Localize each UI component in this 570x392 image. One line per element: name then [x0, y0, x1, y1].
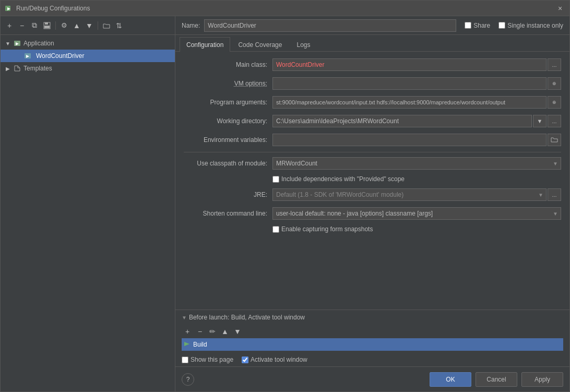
- activate-tool-window-label[interactable]: Activate tool window: [242, 356, 307, 363]
- apply-button[interactable]: Apply: [521, 372, 563, 387]
- help-button[interactable]: ?: [182, 373, 194, 386]
- build-list-item[interactable]: Build: [182, 338, 563, 351]
- move-down-button[interactable]: ▼: [84, 20, 95, 31]
- before-launch-add-button[interactable]: +: [182, 326, 193, 337]
- before-launch-remove-button[interactable]: −: [194, 326, 206, 337]
- run-debug-dialog: Run/Debug Configurations × + − ⧉: [0, 0, 570, 392]
- before-launch-toolbar: + − ✏ ▲ ▼: [175, 325, 569, 338]
- shorten-cmd-select[interactable]: user-local default: none - java [options…: [272, 207, 561, 220]
- close-button[interactable]: ×: [555, 3, 565, 14]
- before-launch-down-button[interactable]: ▼: [232, 326, 243, 337]
- svg-marker-9: [184, 342, 189, 346]
- activate-tool-window-checkbox[interactable]: [242, 357, 248, 363]
- include-deps-label[interactable]: Include dependencies with "Provided" sco…: [272, 175, 405, 183]
- cancel-button[interactable]: Cancel: [476, 372, 517, 387]
- before-launch-list: Build: [175, 338, 569, 353]
- enable-capture-checkbox[interactable]: [272, 226, 279, 233]
- env-vars-label: Environment variables:: [184, 136, 272, 144]
- tree-item-label: Templates: [23, 65, 52, 72]
- action-buttons: OK Cancel Apply: [430, 372, 563, 387]
- divider-1: [184, 152, 561, 152]
- working-dir-input-group: ▼ ...: [272, 115, 561, 127]
- program-args-row: Program arguments: ⊕: [184, 96, 561, 109]
- single-instance-group: Single instance only: [498, 22, 563, 29]
- vm-options-expand-button[interactable]: ⊕: [548, 77, 561, 90]
- share-checkbox-label[interactable]: Share: [465, 22, 490, 29]
- env-vars-browse-button[interactable]: [548, 134, 561, 146]
- jre-row: JRE: Default (1.8 - SDK of 'MRWordCount'…: [184, 188, 561, 201]
- right-panel: Name: Share Single instance only: [175, 16, 569, 391]
- program-args-input[interactable]: [272, 96, 547, 109]
- templates-icon: [13, 64, 21, 73]
- working-dir-row: Working directory: ▼ ...: [184, 114, 561, 128]
- save-config-button[interactable]: [41, 20, 53, 31]
- tab-logs[interactable]: Logs: [290, 37, 317, 52]
- bottom-bar: ? OK Cancel Apply: [175, 366, 569, 391]
- before-launch-title: Before launch: Build, Activate tool wind…: [189, 314, 305, 321]
- classpath-row: Use classpath of module: MRWordCount ▼: [184, 157, 561, 170]
- sort-button[interactable]: ⇅: [113, 20, 125, 31]
- working-dir-browse-button[interactable]: ...: [548, 115, 561, 127]
- before-launch-edit-button[interactable]: ✏: [207, 326, 218, 337]
- working-dir-input[interactable]: [272, 115, 532, 127]
- main-class-browse-button[interactable]: ...: [548, 58, 561, 71]
- jre-select[interactable]: Default (1.8 - SDK of 'MRWordCount' modu…: [272, 188, 547, 201]
- remove-config-button[interactable]: −: [16, 20, 28, 31]
- jre-input-group: Default (1.8 - SDK of 'MRWordCount' modu…: [272, 188, 561, 201]
- vm-options-input-group: ⊕: [272, 77, 561, 90]
- program-args-expand-button[interactable]: ⊕: [548, 96, 561, 109]
- add-config-button[interactable]: +: [4, 20, 15, 31]
- name-bar: Name: Share Single instance only: [175, 16, 569, 35]
- program-args-label: Program arguments:: [184, 99, 272, 106]
- tab-configuration[interactable]: Configuration: [180, 37, 230, 52]
- toolbar-separator: [55, 21, 56, 30]
- enable-capture-label[interactable]: Enable capturing form snapshots: [272, 225, 373, 233]
- share-checkbox[interactable]: [465, 22, 471, 29]
- svg-rect-4: [44, 26, 50, 28]
- toolbar-separator-2: [98, 21, 98, 30]
- shorten-cmd-row: Shorten command line: user-local default…: [184, 207, 561, 220]
- single-instance-checkbox-label[interactable]: Single instance only: [498, 22, 563, 29]
- main-class-input[interactable]: [272, 58, 547, 71]
- settings-button[interactable]: ⚙: [58, 20, 70, 31]
- left-toolbar: + − ⧉ ⚙: [1, 16, 175, 35]
- tree-item-templates[interactable]: ▶ Templates: [1, 62, 175, 75]
- show-this-page-checkbox[interactable]: [182, 357, 188, 363]
- move-up-button[interactable]: ▲: [71, 20, 82, 31]
- left-panel: + − ⧉ ⚙: [1, 16, 175, 391]
- working-dir-dropdown-button[interactable]: ▼: [533, 115, 547, 127]
- before-launch-up-button[interactable]: ▲: [219, 326, 231, 337]
- expand-arrow: ▼: [5, 40, 11, 46]
- run-config-icon: [23, 52, 32, 60]
- include-deps-checkbox[interactable]: [272, 176, 279, 183]
- application-group-icon: [13, 39, 21, 47]
- open-folder-button[interactable]: [101, 20, 112, 31]
- copy-config-button[interactable]: ⧉: [29, 20, 40, 31]
- vm-options-row: VM options: ⊕: [184, 77, 561, 90]
- main-class-input-group: ...: [272, 58, 561, 71]
- build-run-icon: [184, 341, 190, 349]
- vm-options-input[interactable]: [272, 77, 547, 90]
- show-this-page-label[interactable]: Show this page: [182, 356, 233, 363]
- name-input[interactable]: [204, 19, 456, 32]
- tree-item-wordcountdriver[interactable]: WordCountDriver: [1, 50, 175, 62]
- tree-item-application[interactable]: ▼ Application: [1, 37, 175, 50]
- program-args-input-group: ⊕: [272, 96, 561, 109]
- config-content: Main class: ... VM options: ⊕: [175, 52, 569, 310]
- env-vars-input-group: [272, 134, 561, 146]
- shorten-cmd-label: Shorten command line:: [184, 210, 272, 217]
- folder-browse-icon: [551, 137, 558, 143]
- build-item-label: Build: [193, 341, 207, 348]
- before-launch-section: ▼ Before launch: Build, Activate tool wi…: [175, 310, 569, 366]
- classpath-select[interactable]: MRWordCount: [272, 157, 561, 170]
- tab-code-coverage[interactable]: Code Coverage: [231, 37, 289, 52]
- ok-button[interactable]: OK: [430, 372, 471, 387]
- jre-browse-button[interactable]: ...: [548, 188, 561, 201]
- tree-area: ▼ Application: [1, 35, 175, 391]
- single-instance-checkbox[interactable]: [498, 22, 505, 29]
- name-label: Name:: [182, 22, 200, 29]
- save-icon: [43, 22, 51, 29]
- before-launch-header[interactable]: ▼ Before launch: Build, Activate tool wi…: [175, 310, 569, 325]
- folder-icon: [103, 22, 110, 29]
- env-vars-input[interactable]: [272, 134, 547, 146]
